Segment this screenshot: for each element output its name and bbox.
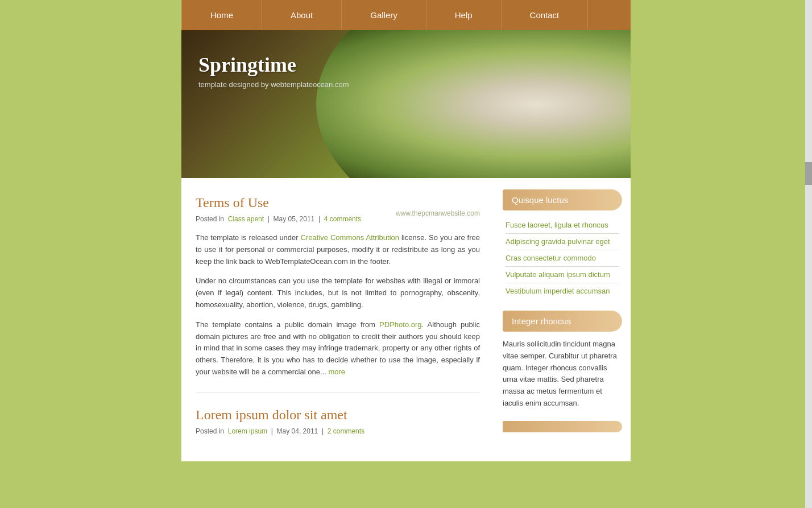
- hero-banner: Springtime template designed by webtempl…: [181, 30, 631, 178]
- widget-link-5-anchor[interactable]: Vestibulum imperdiet accumsan: [506, 287, 610, 295]
- nav-about[interactable]: About: [262, 0, 342, 30]
- scrollbar-thumb[interactable]: [805, 162, 812, 185]
- main-container: Terms of Use Posted in Class apent | May…: [181, 178, 631, 461]
- post-1-para-3: The template contains a public domain im…: [196, 319, 480, 378]
- widget-1-links: Fusce laoreet, ligula et rhoncus Adipisc…: [503, 217, 622, 299]
- widget-1-title: Quisque luctus: [503, 189, 622, 210]
- post-2-date: May 04, 2011: [277, 427, 318, 435]
- post-1-comments[interactable]: 4 comments: [324, 215, 361, 223]
- pdphoto-link[interactable]: PDPhoto.org: [379, 320, 421, 329]
- post-1-category[interactable]: Class apent: [228, 215, 264, 223]
- post-2-comments[interactable]: 2 comments: [328, 427, 364, 435]
- creative-commons-link[interactable]: Creative Commons Attribution: [301, 233, 399, 242]
- nav-gallery[interactable]: Gallery: [342, 0, 426, 30]
- hero-content: Springtime template designed by webtempl…: [198, 53, 349, 89]
- site-title: Springtime: [198, 53, 349, 77]
- post-divider: [196, 393, 480, 393]
- watermark: www.thepcmanwebsite.com: [396, 209, 480, 217]
- widget-link-1-anchor[interactable]: Fusce laoreet, ligula et rhoncus: [506, 221, 608, 229]
- widget-link-5: Vestibulum imperdiet accumsan: [506, 283, 619, 299]
- sidebar: Quisque luctus Fusce laoreet, ligula et …: [494, 178, 631, 461]
- post-1: Terms of Use Posted in Class apent | May…: [196, 195, 480, 378]
- widget-link-3-anchor[interactable]: Cras consectetur commodo: [506, 254, 596, 262]
- scrollbar[interactable]: [805, 0, 812, 461]
- nav-contact[interactable]: Contact: [502, 0, 589, 30]
- widget-link-2-anchor[interactable]: Adipiscing gravida pulvinar eget: [506, 237, 610, 246]
- post-1-body: The template is released under Creative …: [196, 232, 480, 378]
- nav-help[interactable]: Help: [426, 0, 502, 30]
- hero-image: [316, 30, 631, 178]
- post-2-category[interactable]: Lorem ipsum: [228, 427, 267, 435]
- widget-quisque: Quisque luctus Fusce laoreet, ligula et …: [503, 189, 622, 299]
- widget-link-1: Fusce laoreet, ligula et rhoncus: [506, 217, 619, 234]
- post-1-meta: Posted in Class apent | May 05, 2011 | 4…: [196, 215, 480, 223]
- widget-3-partial: [503, 421, 622, 432]
- widget-integer: Integer rhoncus Mauris sollicitudin tinc…: [503, 311, 622, 410]
- content-area: Terms of Use Posted in Class apent | May…: [181, 178, 494, 461]
- post-1-para-2: Under no circumstances can you use the t…: [196, 275, 480, 311]
- widget-2-title: Integer rhoncus: [503, 311, 622, 332]
- post-2: Lorem ipsum dolor sit amet Posted in Lor…: [196, 407, 480, 435]
- more-link[interactable]: more: [328, 367, 345, 376]
- post-1-title: Terms of Use: [196, 195, 480, 210]
- nav-home[interactable]: Home: [181, 0, 262, 30]
- widget-link-4: Vulputate aliquam ipsum dictum: [506, 267, 619, 283]
- widget-link-4-anchor[interactable]: Vulputate aliquam ipsum dictum: [506, 270, 610, 279]
- post-2-meta: Posted in Lorem ipsum | May 04, 2011 | 2…: [196, 427, 480, 435]
- widget-2-text: Mauris sollicitudin tincidunt magna vita…: [503, 338, 622, 410]
- post-2-meta-prefix: Posted in: [196, 427, 224, 435]
- site-subtitle: template designed by webtemplateocean.co…: [198, 80, 349, 89]
- widget-link-3: Cras consectetur commodo: [506, 250, 619, 267]
- main-nav: Home About Gallery Help Contact: [181, 0, 631, 30]
- post-1-date: May 05, 2011: [274, 215, 315, 223]
- post-2-title: Lorem ipsum dolor sit amet: [196, 407, 480, 423]
- widget-link-2: Adipiscing gravida pulvinar eget: [506, 234, 619, 250]
- post-1-para-1: The template is released under Creative …: [196, 232, 480, 267]
- post-1-meta-prefix: Posted in: [196, 215, 224, 223]
